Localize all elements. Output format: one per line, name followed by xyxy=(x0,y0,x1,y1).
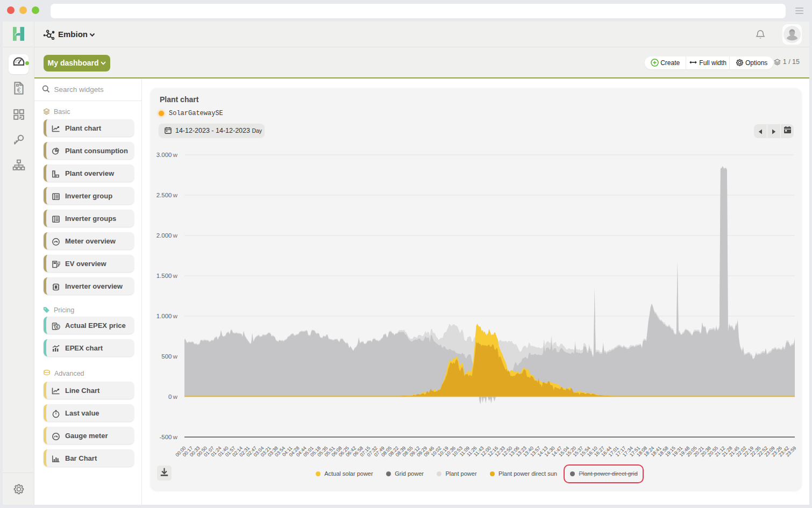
svg-text:0W: 0W xyxy=(168,393,177,400)
svg-text:2.500W: 2.500W xyxy=(156,192,178,198)
svg-text:500W: 500W xyxy=(161,353,177,360)
svg-text:1.500W: 1.500W xyxy=(156,273,178,279)
svg-text:-500W: -500W xyxy=(159,434,177,440)
svg-text:2.000W: 2.000W xyxy=(156,232,178,239)
svg-text:3.000W: 3.000W xyxy=(156,152,178,158)
svg-text:1.000W: 1.000W xyxy=(156,313,178,319)
